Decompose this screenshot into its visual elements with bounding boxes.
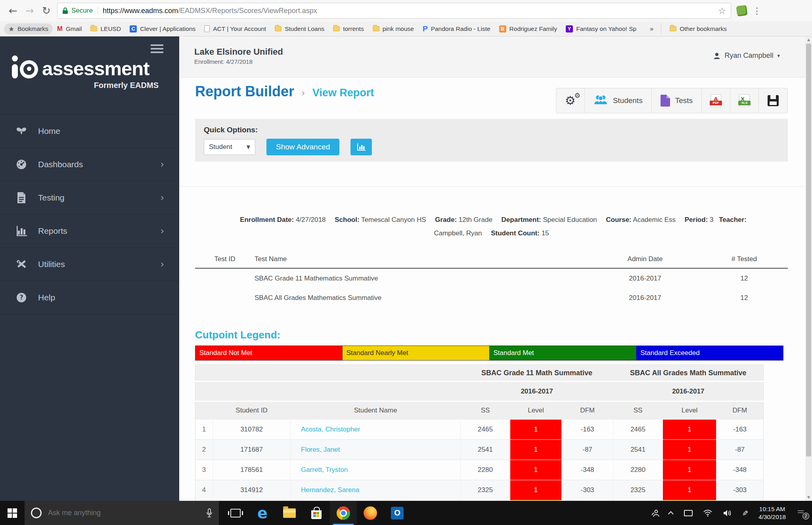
save-report-button[interactable]	[758, 88, 787, 113]
other-bookmarks-button[interactable]: Other bookmarks	[665, 24, 731, 34]
legend-segment-nearly-met: Standard Nearly Met	[343, 346, 490, 360]
store-app-button[interactable]	[303, 501, 330, 525]
students-button-label: Students	[613, 96, 643, 105]
bookmarks-button[interactable]: ★ Bookmarks	[4, 23, 53, 34]
outlook-app-button[interactable]: O	[384, 501, 411, 525]
row-number: 1	[195, 420, 213, 440]
address-bar[interactable]: Secure https://www.eadms.com/EADMSX/Repo…	[57, 3, 731, 19]
bookmark-star-icon[interactable]: ☆	[718, 6, 726, 16]
taskbar-clock[interactable]: 10:15 AM 4/30/2018	[758, 505, 786, 521]
students-button[interactable]: Students	[584, 88, 651, 113]
bookmarks-bar: ★ Bookmarks M Gmail LEUSD C Clever | App…	[0, 21, 812, 36]
tablet-mode-icon[interactable]	[684, 510, 693, 516]
column-header: Student Name	[291, 401, 461, 420]
sidebar-item-utilities[interactable]: Utilities ›	[0, 248, 179, 281]
tests-table: Test ID Test Name Admin Date # Tested SB…	[195, 252, 788, 308]
bookmark-gmail[interactable]: M Gmail	[53, 23, 86, 34]
task-view-button[interactable]	[222, 501, 249, 525]
bookmark-student-loans[interactable]: Student Loans	[270, 24, 329, 34]
start-button[interactable]	[0, 501, 25, 525]
pen-icon[interactable]: ✎	[741, 510, 749, 516]
page-scrollbar[interactable]: ▲ ▼	[805, 36, 812, 501]
export-excel-button[interactable]: X XLS	[730, 88, 758, 113]
column-header-row: Student ID Student Name SS Level DFM SS …	[195, 401, 764, 420]
report-toolbar: ⚙⚙ Students Tests A PDF X	[556, 88, 788, 113]
sidebar-item-home[interactable]: Home	[0, 115, 179, 148]
outlook-icon: O	[391, 507, 404, 519]
tools-icon	[15, 259, 28, 270]
chrome-icon	[337, 506, 350, 520]
bookmark-leusd[interactable]: LEUSD	[86, 24, 125, 34]
menu-toggle-button[interactable]	[151, 44, 163, 55]
firefox-app-button[interactable]	[357, 501, 384, 525]
report-type-select[interactable]: Student ▼	[204, 139, 255, 155]
screen: ← → ↻ Secure https://www.eadms.com/EADMS…	[0, 0, 812, 525]
export-pdf-button[interactable]: A PDF	[701, 88, 730, 113]
sidebar-item-dashboards[interactable]: Dashboards ›	[0, 148, 179, 181]
year-header: 2016-2017	[461, 382, 613, 401]
help-icon: ?	[15, 292, 28, 303]
scrollbar-thumb[interactable]	[806, 44, 811, 456]
browser-menu-button[interactable]: ⋮	[750, 6, 764, 16]
ss-value: 2465	[461, 420, 510, 440]
edge-app-button[interactable]: e	[249, 501, 276, 525]
extension-icon[interactable]	[736, 5, 747, 16]
sidebar-item-reports[interactable]: Reports ›	[0, 214, 179, 248]
student-name-link[interactable]: Acosta, Christopher	[291, 420, 461, 440]
blogger-icon: B	[499, 25, 506, 32]
user-menu[interactable]: Ryan Campbell ▾	[713, 52, 780, 60]
bookmark-pandora[interactable]: P Pandora Radio - Liste	[418, 23, 495, 35]
test-group-header: SBAC Grade 11 Math Summative	[461, 365, 613, 382]
action-center-button[interactable]: 2	[796, 508, 806, 518]
column-header: DFM	[716, 401, 764, 420]
sidebar-item-help[interactable]: ? Help	[0, 281, 179, 314]
bookmark-label: Gmail	[66, 25, 82, 32]
bookmark-rodriguez-family[interactable]: B Rodriguez Family	[495, 24, 562, 34]
chrome-app-button[interactable]	[330, 501, 357, 525]
file-explorer-button[interactable]	[276, 501, 303, 525]
bookmark-clever[interactable]: C Clever | Applications	[125, 24, 200, 34]
detail-value: 3	[710, 216, 713, 223]
student-id: 314912	[213, 480, 291, 500]
tests-button-label: Tests	[675, 96, 693, 105]
bookmark-torrents[interactable]: torrents	[329, 24, 368, 34]
report-settings-button[interactable]: ⚙⚙	[556, 88, 584, 113]
clock-date: 4/30/2018	[758, 513, 786, 521]
column-header: Admin Date	[590, 252, 701, 268]
bookmarks-overflow-button[interactable]: »	[646, 25, 657, 33]
tests-button[interactable]: Tests	[651, 88, 701, 113]
ss-value: 2280	[461, 460, 510, 480]
student-row: 2171687Flores, Janet25411-8725411-87	[195, 440, 764, 460]
legend-segment-exceeded: Standard Exceeded	[636, 346, 783, 360]
bookmark-yahoo-fantasy[interactable]: Y Fantasy on Yahoo! Sp	[561, 24, 641, 34]
tray-expand-button[interactable]	[670, 511, 674, 515]
admin-date: 2016-2017	[590, 288, 701, 308]
people-icon[interactable]	[651, 509, 659, 517]
admin-date: 2016-2017	[590, 268, 701, 288]
sidebar-item-testing[interactable]: Testing ›	[0, 181, 179, 214]
scroll-up-button[interactable]: ▲	[805, 36, 812, 43]
show-advanced-button[interactable]: Show Advanced	[266, 139, 339, 155]
student-name-link[interactable]: Garrett, Tryston	[291, 460, 461, 480]
browser-reload-button[interactable]: ↻	[38, 5, 55, 17]
user-name: Ryan Campbell	[724, 52, 773, 60]
detail-field: Campbell, Ryan	[434, 229, 482, 237]
bookmark-label: LEUSD	[100, 25, 121, 32]
student-name-link[interactable]: Flores, Janet	[291, 440, 461, 460]
browser-forward-button[interactable]: →	[21, 5, 38, 17]
student-name-link[interactable]: Hernandez, Sarena	[291, 480, 461, 500]
page-title[interactable]: Report Builder	[195, 83, 294, 100]
dfm-value: -303	[562, 480, 613, 500]
scroll-down-button[interactable]: ▼	[805, 494, 812, 501]
browser-back-button[interactable]: ←	[5, 5, 21, 17]
chart-view-button[interactable]	[350, 139, 372, 155]
scores-table-section: SBAC Grade 11 Math Summative SBAC All Gr…	[195, 365, 763, 501]
taskbar-search[interactable]	[25, 501, 219, 525]
search-input[interactable]	[48, 509, 200, 517]
volume-icon[interactable]	[723, 510, 732, 517]
bookmark-pink-mouse[interactable]: pink mouse	[368, 24, 418, 34]
gmail-icon: M	[57, 25, 63, 33]
bookmark-act[interactable]: ACT | Your Account	[200, 24, 270, 34]
wifi-icon[interactable]	[703, 510, 712, 517]
student-id: 310782	[213, 420, 291, 440]
